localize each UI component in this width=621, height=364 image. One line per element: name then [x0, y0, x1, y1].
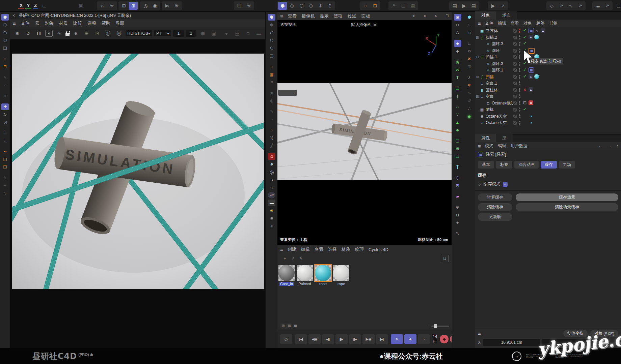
kernel-select[interactable]: PT▾ [154, 30, 171, 36]
octane-camera-tool-icon[interactable]: ◉ [454, 14, 461, 21]
region-icon[interactable]: ⊡ [93, 29, 102, 37]
octane-menu-file[interactable]: 文件 [21, 20, 30, 26]
object-row-selected[interactable]: ⊞ ʃ 扫描 ✓ ▲ [475, 74, 621, 80]
layer-chip[interactable] [513, 108, 517, 112]
enabled-state[interactable]: × [522, 87, 527, 92]
object-row[interactable]: ▣ 立方体 ✓ ▦ ∿ ▲ [475, 28, 621, 34]
plane-object-icon[interactable]: □ [466, 29, 473, 36]
workplane-tool-icon[interactable]: ⬡ [1, 29, 9, 36]
visibility-dots[interactable] [519, 55, 520, 59]
coordinate-system-button[interactable]: ∟ [39, 2, 48, 10]
triangle-generator-icon[interactable]: ▲ [454, 119, 461, 126]
film-display-icon[interactable]: ▤ [233, 29, 242, 37]
lock-resolution-icon[interactable] [65, 33, 70, 36]
cloth-icon[interactable]: T [454, 74, 461, 81]
cluster-icon[interactable]: ∴ [454, 103, 461, 110]
spline-dim-icon[interactable]: ∿ [466, 90, 473, 96]
play-mode-button[interactable]: A [404, 334, 416, 344]
goto-end-button[interactable]: ▶| [376, 334, 388, 344]
ik-person-icon[interactable]: Y [466, 74, 473, 81]
material-view-list-icon[interactable]: ⊞ [286, 323, 292, 329]
cubes-tool-icon[interactable]: ❏ [1, 45, 9, 52]
mograph-gear-icon[interactable]: ✳ [454, 145, 461, 152]
compute-cache-button[interactable]: 计算缓存 [478, 193, 512, 201]
live-selection-icon[interactable]: ◌ [361, 2, 370, 10]
restart-render-icon[interactable]: R [45, 30, 53, 37]
layer-chip[interactable] [513, 75, 517, 79]
symmetry-settings-button[interactable]: ✳ [172, 2, 181, 10]
octane-menu-help[interactable]: 帮助 [102, 20, 110, 26]
tab-objects[interactable]: 对象 [475, 11, 496, 20]
material-menu-cycles[interactable]: Cycles 4D [369, 247, 388, 252]
octane-menu-compare[interactable]: 比较 [73, 20, 82, 26]
layer-chip[interactable] [513, 95, 517, 98]
hud-plus-icon[interactable]: + [293, 91, 295, 95]
fcurve-panel-button[interactable]: ∿ [566, 2, 575, 10]
material-tile-selected[interactable]: rope [315, 265, 331, 286]
object-row[interactable]: ○ 圆环.1 ✓ ▦ [475, 67, 621, 73]
capsule-material-icon[interactable]: ▬ [268, 200, 275, 206]
enabled-state[interactable]: ✓ [522, 107, 527, 112]
flag-tool-icon[interactable]: ⚑ [389, 2, 398, 10]
camera-label[interactable]: 默认摄像机 ⊟ [351, 22, 377, 28]
specular-material-icon[interactable]: ◑ [268, 176, 275, 183]
maximize-view-icon[interactable]: ❒ [444, 13, 450, 19]
play-button[interactable]: ▶ [335, 334, 348, 344]
boole-icon[interactable]: ❏ [454, 138, 461, 144]
add-region-icon[interactable]: ⊞ [82, 29, 91, 37]
keyframe-panel-button[interactable]: ◇ [547, 2, 556, 10]
key-diamond-icon[interactable]: ◇ [478, 182, 481, 186]
loop-playback-button[interactable]: ↻ [391, 334, 403, 344]
cube-generator-icon[interactable]: ❏ [454, 85, 461, 92]
null-object-icon[interactable]: ∟ [466, 22, 473, 28]
tweak-tool-icon[interactable]: ✳ [1, 93, 9, 99]
render-view-button[interactable]: ▤ [450, 2, 459, 10]
sphere-primitive-icon[interactable]: ● [454, 40, 461, 47]
drop-to-floor-icon[interactable]: ⊞ [466, 63, 473, 70]
mix-material-icon[interactable]: MIX [268, 192, 275, 199]
box-selection-tool-icon[interactable]: ⊡ [1, 63, 9, 70]
attr-tab-tag[interactable]: 标签 [496, 161, 512, 169]
axis-center-button[interactable]: ◎ [141, 2, 150, 10]
xpresso-tag-icon[interactable]: ▦ [529, 28, 534, 33]
material-menu-select[interactable]: 选择 [328, 246, 337, 252]
emission-material-icon[interactable]: ◌ [268, 184, 275, 191]
visibility-dots[interactable] [519, 121, 520, 125]
object-row[interactable]: ▮ 圆柱体 × ▲ [475, 87, 621, 93]
object-row[interactable]: ⊟ ʃ 扫描.2 ✓ ▲ [475, 34, 621, 41]
z-axis-lock-button[interactable]: Z [33, 2, 38, 9]
model-mode-button[interactable]: ⬢ [278, 2, 287, 10]
y-axis-lock-button[interactable]: Y [25, 2, 31, 9]
edge-mode-button[interactable]: ⬡ [297, 2, 306, 10]
next-key-button[interactable]: ▶◆ [362, 334, 375, 344]
layer-chip[interactable] [513, 29, 517, 33]
quantize-grid-button[interactable]: ⊞ [129, 2, 138, 10]
octane-camera-tag-icon[interactable]: ◘ [529, 100, 533, 105]
object-row[interactable]: ⊖ Octane天空 ◑ [475, 120, 621, 126]
pen-tool-icon[interactable]: ✒ [1, 182, 9, 189]
material-view-grid-icon[interactable]: ⊞ [280, 323, 286, 329]
material-hamburger-icon[interactable]: ≡ [280, 247, 283, 252]
clear-cache-button[interactable]: 清除缓存 [478, 203, 512, 211]
enabled-state[interactable]: ✓ [522, 35, 527, 39]
octane-playrange-icon[interactable]: ◌ [268, 63, 275, 70]
material-picker-icon[interactable]: Ⓜ [115, 29, 124, 37]
polygon-tool-icon[interactable]: ⬡ [1, 37, 9, 44]
keyframe-external-button[interactable]: ↗ [557, 2, 566, 10]
symmetry-button[interactable]: ⋈ [163, 2, 171, 10]
octane-menu-cloud[interactable]: 云 [35, 20, 39, 26]
enabled-state[interactable]: ✓ [522, 67, 527, 72]
file-settings-button[interactable]: ✳ [244, 2, 253, 10]
attr-tab-forces[interactable]: 力场 [559, 161, 575, 169]
object-row[interactable]: ▦ 随机 ✓ [475, 107, 621, 113]
octane-chip-icon[interactable]: ▦ [268, 71, 275, 78]
boxes-tool-icon[interactable]: ❏ [399, 2, 408, 10]
octane-scatter-icon[interactable]: ❏ [268, 53, 275, 59]
layer-chip[interactable] [513, 49, 517, 53]
sketch-tool-icon[interactable]: ∿ [1, 190, 9, 197]
layer-chip[interactable] [513, 101, 517, 105]
goto-start-button[interactable]: |◀ [295, 334, 307, 344]
camera-display-icon[interactable]: ◘ [244, 29, 252, 37]
material-ball-icon[interactable]: ● [72, 29, 80, 37]
octane-knife-icon[interactable]: ╱ [268, 142, 275, 149]
